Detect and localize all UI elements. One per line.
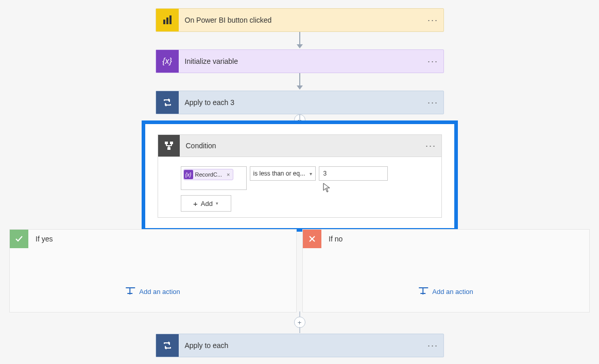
add-action-yes[interactable]: Add an action [126,287,180,296]
condition-highlight: Condition ··· {x} RecordC... × is less t… [142,120,458,232]
trigger-title: On Power BI button clicked [179,16,423,24]
insert-step-button[interactable]: + [294,317,305,328]
powerbi-icon [156,9,179,31]
add-action-icon [419,287,428,296]
condition-value-input[interactable]: 3 [319,166,388,181]
add-action-no[interactable]: Add an action [419,287,473,296]
condition-header[interactable]: Condition ··· [158,135,441,157]
condition-title: Condition [180,142,421,150]
plus-icon: + [193,199,198,208]
trigger-menu[interactable]: ··· [423,15,443,26]
flow-arrow [297,32,303,48]
variable-icon: {x} [184,170,193,179]
x-icon [303,230,321,248]
if-yes-title: If yes [28,235,53,243]
token-label: RecordC... [195,171,223,178]
operator-label: is less than or eq... [253,170,305,177]
add-action-icon [126,287,135,296]
trigger-card[interactable]: On Power BI button clicked ··· [156,8,444,32]
if-no-title: If no [321,235,343,243]
condition-body: {x} RecordC... × is less than or eq... ▾… [158,157,441,219]
svg-rect-4 [170,142,173,144]
mouse-cursor [323,183,331,195]
condition-menu[interactable]: ··· [421,141,441,151]
chevron-down-icon: ▾ [216,201,218,206]
if-yes-header: If yes [10,230,296,248]
flow-canvas: On Power BI button clicked ··· {x} Initi… [0,0,599,364]
apply-to-each-3-card[interactable]: Apply to each 3 ··· [156,91,444,114]
initialize-variable-card[interactable]: {x} Initialize variable ··· [156,49,444,73]
variable-icon: {x} [156,50,179,73]
if-yes-branch[interactable]: If yes Add an action [9,229,297,313]
svg-rect-5 [167,147,170,150]
loop-icon [156,91,179,114]
loop-icon [156,334,179,357]
if-no-branch[interactable]: If no Add an action [302,229,590,313]
init-title: Initialize variable [179,57,423,65]
svg-rect-0 [163,20,165,24]
remove-token-button[interactable]: × [225,171,231,178]
svg-rect-3 [165,142,168,144]
init-menu[interactable]: ··· [423,56,443,67]
condition-icon [158,135,180,157]
apply3-title: Apply to each 3 [179,98,423,107]
condition-left-operand[interactable]: {x} RecordC... × [181,166,247,190]
check-icon [10,230,28,248]
dynamic-content-token[interactable]: {x} RecordC... × [183,169,233,180]
apply-menu[interactable]: ··· [423,340,443,351]
condition-card[interactable]: Condition ··· {x} RecordC... × is less t… [158,134,442,218]
svg-rect-2 [169,15,172,24]
value-text: 3 [323,170,327,177]
flow-arrow [297,73,303,90]
apply-title: Apply to each [179,341,423,350]
apply3-menu[interactable]: ··· [423,97,443,108]
apply-to-each-card[interactable]: Apply to each ··· [156,334,444,357]
chevron-down-icon: ▾ [310,171,312,177]
add-label: Add [201,200,213,207]
connector-line [299,327,300,333]
add-action-label: Add an action [139,288,180,296]
svg-rect-1 [166,18,168,24]
if-no-header: If no [303,230,589,248]
add-action-label: Add an action [432,288,473,296]
condition-operator-select[interactable]: is less than or eq... ▾ [250,166,316,181]
add-condition-button[interactable]: + Add ▾ [181,195,231,212]
